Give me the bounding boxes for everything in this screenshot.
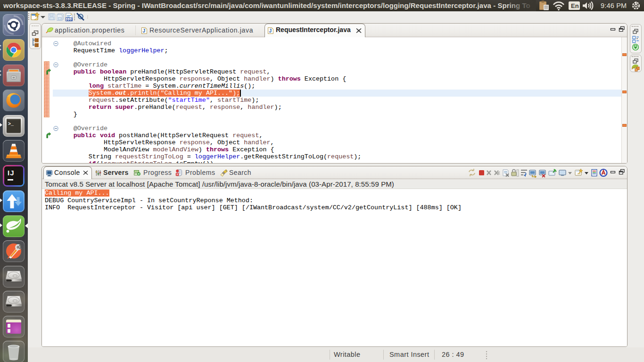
svg-text:En: En: [571, 2, 579, 9]
svg-text:J: J: [269, 28, 272, 33]
svg-text:J: J: [143, 28, 146, 33]
svg-text:010: 010: [66, 17, 73, 22]
svg-text:>_: >_: [8, 122, 14, 127]
